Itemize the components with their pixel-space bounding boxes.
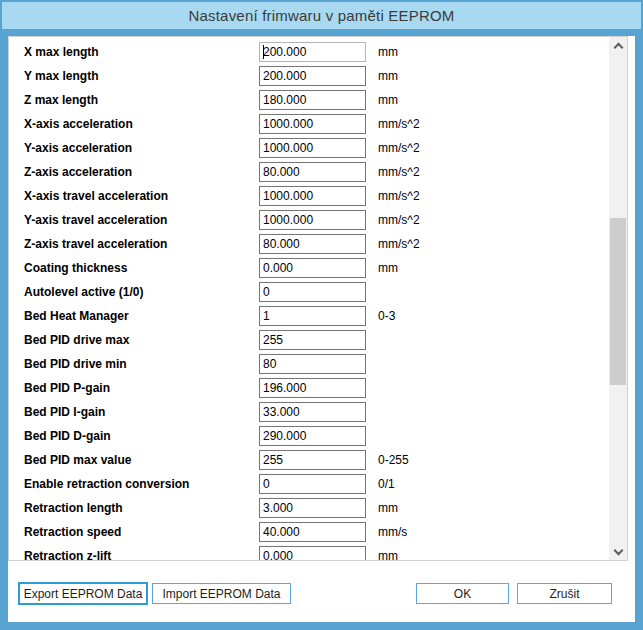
setting-input-wrap	[259, 474, 366, 494]
setting-row: Bed PID max value 0-255	[9, 448, 609, 472]
setting-input[interactable]	[259, 474, 366, 494]
setting-row: Z max length mm	[9, 88, 609, 112]
setting-unit: mm/s^2	[378, 189, 420, 203]
ok-button[interactable]: OK	[416, 583, 509, 604]
import-eeprom-button[interactable]: Import EEPROM Data	[152, 583, 291, 604]
setting-label: Y max length	[24, 69, 259, 83]
setting-input-wrap	[259, 546, 366, 561]
setting-input-wrap	[259, 114, 366, 134]
setting-row: Retraction length mm	[9, 496, 609, 520]
setting-label: Retraction length	[24, 501, 259, 515]
setting-input-wrap	[259, 450, 366, 470]
setting-unit: mm/s^2	[378, 141, 420, 155]
setting-label: Z-axis travel acceleration	[24, 237, 259, 251]
setting-label: Bed PID drive max	[24, 333, 259, 347]
setting-row: Y-axis travel acceleration mm/s^2	[9, 208, 609, 232]
setting-input-wrap	[259, 66, 366, 86]
setting-input[interactable]	[259, 522, 366, 542]
setting-input-wrap	[259, 378, 366, 398]
setting-unit: mm/s^2	[378, 165, 420, 179]
setting-input-wrap	[259, 162, 366, 182]
setting-row: Coating thickness mm	[9, 256, 609, 280]
setting-label: X-axis acceleration	[24, 117, 259, 131]
setting-row: Retraction z-lift mm	[9, 544, 609, 561]
setting-input-wrap	[259, 330, 366, 350]
setting-input-wrap	[259, 426, 366, 446]
setting-unit: mm	[378, 261, 398, 275]
setting-row: Y max length mm	[9, 64, 609, 88]
scroll-up-button[interactable]	[609, 37, 627, 54]
setting-input[interactable]	[259, 330, 366, 350]
setting-unit: mm/s	[378, 525, 407, 539]
dialog-content: X max length mm Y max length mm Z max le…	[8, 36, 635, 622]
setting-input-wrap	[259, 234, 366, 254]
setting-input[interactable]	[259, 234, 366, 254]
setting-input[interactable]	[259, 66, 366, 86]
setting-row: Bed PID P-gain	[9, 376, 609, 400]
setting-unit: mm	[378, 69, 398, 83]
setting-input[interactable]	[259, 402, 366, 422]
setting-input[interactable]	[259, 354, 366, 374]
titlebar[interactable]: Nastavení frimwaru v paměti EEPROM	[2, 2, 641, 29]
setting-input[interactable]	[259, 90, 366, 110]
setting-input[interactable]	[259, 186, 366, 206]
setting-label: X max length	[24, 45, 259, 59]
setting-unit: mm	[378, 93, 398, 107]
setting-input[interactable]	[259, 42, 366, 62]
setting-label: Enable retraction conversion	[24, 477, 259, 491]
setting-input[interactable]	[259, 546, 366, 561]
setting-label: Bed PID max value	[24, 453, 259, 467]
setting-input[interactable]	[259, 114, 366, 134]
setting-unit: mm	[378, 549, 398, 561]
setting-label: Autolevel active (1/0)	[24, 285, 259, 299]
setting-row: Z-axis acceleration mm/s^2	[9, 160, 609, 184]
setting-input-wrap	[259, 42, 366, 62]
setting-row: Y-axis acceleration mm/s^2	[9, 136, 609, 160]
setting-input[interactable]	[259, 258, 366, 278]
setting-row: Bed PID I-gain	[9, 400, 609, 424]
setting-label: Coating thickness	[24, 261, 259, 275]
cancel-button[interactable]: Zrušit	[517, 583, 612, 604]
text-caret	[263, 45, 264, 59]
setting-input[interactable]	[259, 450, 366, 470]
setting-input-wrap	[259, 210, 366, 230]
setting-label: Bed PID I-gain	[24, 405, 259, 419]
setting-input[interactable]	[259, 282, 366, 302]
setting-input[interactable]	[259, 138, 366, 158]
scrollbar[interactable]	[609, 37, 627, 560]
export-eeprom-button[interactable]: Export EEPROM Data	[18, 582, 148, 605]
setting-unit: mm/s^2	[378, 213, 420, 227]
setting-input-wrap	[259, 186, 366, 206]
scroll-down-button[interactable]	[609, 543, 627, 560]
setting-row: Z-axis travel acceleration mm/s^2	[9, 232, 609, 256]
setting-input-wrap	[259, 354, 366, 374]
chevron-down-icon	[613, 545, 623, 555]
setting-label: Bed PID D-gain	[24, 429, 259, 443]
setting-input-wrap	[259, 138, 366, 158]
setting-input-wrap	[259, 522, 366, 542]
setting-unit: 0/1	[378, 477, 395, 491]
setting-label: Y-axis travel acceleration	[24, 213, 259, 227]
setting-row: Enable retraction conversion 0/1	[9, 472, 609, 496]
setting-label: Retraction speed	[24, 525, 259, 539]
setting-input[interactable]	[259, 426, 366, 446]
setting-input-wrap	[259, 498, 366, 518]
setting-input[interactable]	[259, 378, 366, 398]
setting-input[interactable]	[259, 306, 366, 326]
setting-row: Autolevel active (1/0)	[9, 280, 609, 304]
setting-row: X max length mm	[9, 40, 609, 64]
setting-unit: mm/s^2	[378, 117, 420, 131]
setting-input[interactable]	[259, 162, 366, 182]
setting-label: Bed PID drive min	[24, 357, 259, 371]
setting-input-wrap	[259, 402, 366, 422]
setting-row: X-axis travel acceleration mm/s^2	[9, 184, 609, 208]
setting-label: Z-axis acceleration	[24, 165, 259, 179]
setting-input[interactable]	[259, 210, 366, 230]
setting-row: Bed PID drive min	[9, 352, 609, 376]
chevron-up-icon	[613, 42, 623, 52]
setting-unit: 0-3	[378, 309, 395, 323]
setting-input[interactable]	[259, 498, 366, 518]
setting-label: Bed Heat Manager	[24, 309, 259, 323]
scrollbar-thumb[interactable]	[610, 218, 626, 385]
setting-label: Y-axis acceleration	[24, 141, 259, 155]
